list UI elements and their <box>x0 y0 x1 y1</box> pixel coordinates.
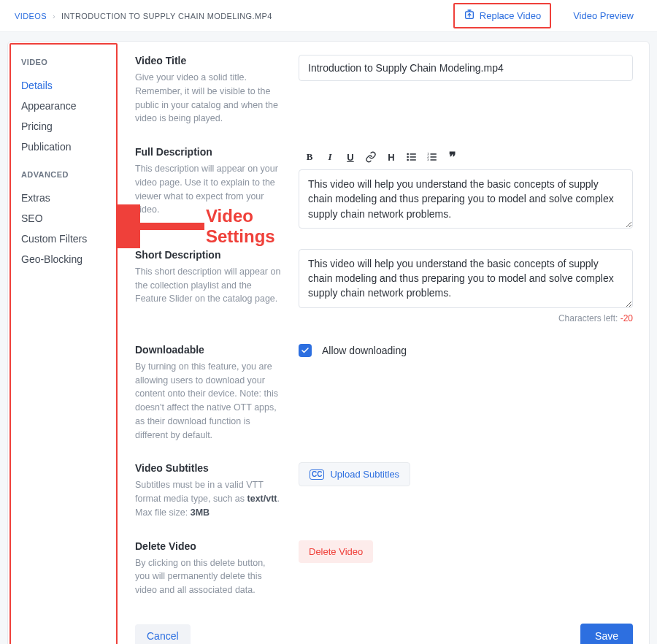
upload-subtitles-button[interactable]: CC Upload Subtitles <box>299 462 410 486</box>
replace-video-button[interactable]: Replace Video <box>453 3 551 28</box>
field-full-description: Full Description This description will a… <box>135 146 633 229</box>
save-button[interactable]: Save <box>580 624 633 644</box>
sidebar-item-extras[interactable]: Extras <box>21 188 106 208</box>
svg-point-3 <box>407 156 408 157</box>
subtitles-label: Video Subtitles <box>135 462 281 474</box>
full-description-desc: This description will appear on your vid… <box>135 162 281 217</box>
link-button[interactable] <box>364 150 377 164</box>
sidebar-section-video: VIDEO <box>21 58 106 66</box>
chars-left: Characters left: -20 <box>299 313 633 323</box>
downloadable-label: Downloadable <box>135 344 281 356</box>
svg-point-5 <box>407 159 408 160</box>
full-description-label: Full Description <box>135 146 281 158</box>
sidebar-item-custom-filters[interactable]: Custom Filters <box>21 229 106 249</box>
svg-text:3: 3 <box>427 158 429 161</box>
form-footer: Cancel Save <box>135 618 633 644</box>
video-preview-label: Video Preview <box>573 10 634 21</box>
delete-video-desc: By clicking on this delete button, you w… <box>135 556 281 597</box>
subtitles-desc: Subtitles must be in a valid VTT format … <box>135 478 281 519</box>
quote-button[interactable]: ❞ <box>446 150 459 164</box>
upload-subtitles-label: Upload Subtitles <box>330 469 399 480</box>
sidebar-item-seo[interactable]: SEO <box>21 208 106 229</box>
allow-downloading-label: Allow downloading <box>322 345 407 356</box>
cc-icon: CC <box>310 469 324 480</box>
sidebar-item-publication[interactable]: Publication <box>21 137 106 157</box>
underline-button[interactable]: U <box>344 150 357 164</box>
sidebar-item-details[interactable]: Details <box>21 75 106 96</box>
video-preview-button[interactable]: Video Preview <box>564 6 642 26</box>
field-short-description: Short Description This short description… <box>135 249 633 323</box>
italic-button[interactable]: I <box>323 150 337 164</box>
heading-button[interactable]: H <box>385 150 398 164</box>
video-title-desc: Give your video a solid title. Remember,… <box>135 71 281 126</box>
delete-video-button[interactable]: Delete Video <box>299 540 373 563</box>
video-title-input[interactable] <box>299 55 633 81</box>
main-content: Video Title Give your video a solid titl… <box>119 42 649 644</box>
sidebar: VIDEO Details Appearance Pricing Publica… <box>9 43 118 644</box>
short-description-input[interactable] <box>299 249 633 308</box>
field-subtitles: Video Subtitles Subtitles must be in a v… <box>135 462 633 519</box>
downloadable-desc: By turning on this feature, you are allo… <box>135 360 281 442</box>
sidebar-item-appearance[interactable]: Appearance <box>21 96 106 116</box>
short-description-label: Short Description <box>135 249 281 261</box>
breadcrumb-root[interactable]: VIDEOS <box>15 12 47 20</box>
sidebar-item-geo-blocking[interactable]: Geo-Blocking <box>21 249 106 269</box>
delete-video-label: Delete Video <box>135 540 281 552</box>
short-description-desc: This short description will appear on th… <box>135 265 281 306</box>
sidebar-item-pricing[interactable]: Pricing <box>21 116 106 137</box>
field-downloadable: Downloadable By turning on this feature,… <box>135 344 633 442</box>
svg-point-1 <box>407 153 408 154</box>
breadcrumb-separator: › <box>53 12 55 20</box>
field-video-title: Video Title Give your video a solid titl… <box>135 55 633 126</box>
chars-left-label: Characters left: <box>558 313 620 323</box>
bold-button[interactable]: B <box>303 150 316 164</box>
sidebar-section-advanced: ADVANCED <box>21 170 106 179</box>
topbar: VIDEOS › INTRODUCTION TO SUPPLY CHAIN MO… <box>0 0 657 32</box>
chars-left-value: -20 <box>620 313 633 323</box>
field-delete-video: Delete Video By clicking on this delete … <box>135 540 633 597</box>
richtext-toolbar: B I U H 123 ❞ <box>299 146 633 169</box>
breadcrumb: VIDEOS › INTRODUCTION TO SUPPLY CHAIN MO… <box>15 12 272 20</box>
full-description-input[interactable] <box>299 169 633 229</box>
replace-video-label: Replace Video <box>480 10 541 21</box>
video-title-label: Video Title <box>135 55 281 66</box>
cancel-button[interactable]: Cancel <box>135 624 191 644</box>
replace-icon <box>464 9 475 23</box>
numbered-list-button[interactable]: 123 <box>426 150 439 164</box>
bullet-list-button[interactable] <box>405 150 418 164</box>
main-panel: VIDEO Details Appearance Pricing Publica… <box>7 41 650 644</box>
allow-downloading-checkbox[interactable] <box>299 344 312 357</box>
breadcrumb-current: INTRODUCTION TO SUPPLY CHAIN MODELING.MP… <box>61 12 272 20</box>
